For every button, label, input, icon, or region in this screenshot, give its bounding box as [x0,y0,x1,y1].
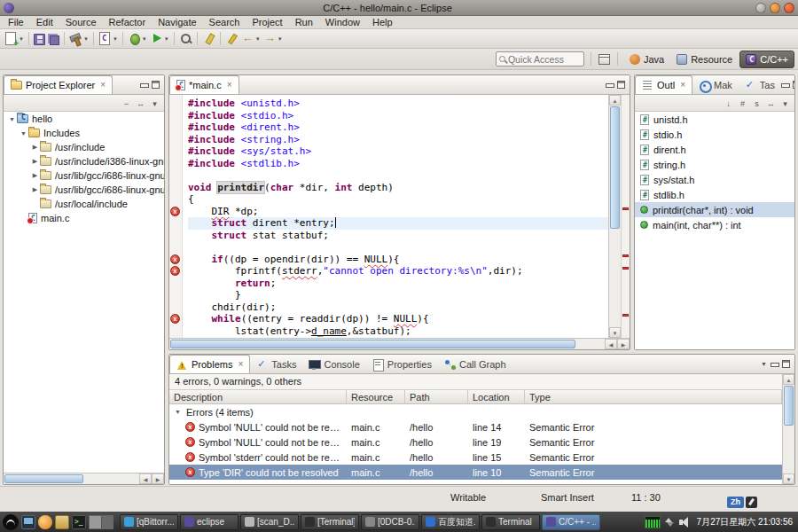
dropdown-arrow-icon[interactable]: ▼ [19,36,24,42]
expander-icon[interactable]: ▼ [173,409,183,415]
view-menu-icon[interactable]: ▾ [779,98,791,109]
taskbar-button[interactable]: [scan_D... [240,514,299,530]
sort-icon[interactable]: ↓ [723,98,734,109]
problem-row[interactable]: xType 'DIR' could not be resolvedmain.c/… [169,465,782,480]
new-button[interactable]: ▼ [4,31,25,47]
tree-item[interactable]: ▶/usr/include/i386-linux-gnu [4,154,164,168]
problem-row[interactable]: xSymbol 'NULL' could not be resolvedmain… [169,434,782,450]
tab-outl[interactable]: Outl× [635,75,692,94]
menu-navigate[interactable]: Navigate [152,17,202,27]
tree-item[interactable]: ▶/usr/lib/gcc/i686-linux-gnu/4.7/ [4,168,164,183]
error-marker-icon[interactable]: x [170,207,180,216]
window-close-button[interactable] [784,3,794,13]
perspective-java[interactable]: Java [624,51,669,68]
forward-button[interactable]: ▼ [262,31,284,47]
scrollbar-thumb[interactable] [784,386,794,426]
save-all-button[interactable] [47,31,60,47]
outline-item[interactable]: unistd.h [635,112,794,127]
menu-run[interactable]: Run [289,17,319,27]
maximize-view-icon[interactable] [793,81,795,89]
toggle-mark-occurrences-button[interactable] [201,31,216,47]
dropdown-arrow-icon[interactable]: ▼ [255,36,261,42]
tree-item[interactable]: /usr/local/include [4,197,164,211]
display-launcher-icon[interactable] [21,515,35,529]
workspace-switcher[interactable] [89,515,113,529]
dropdown-arrow-icon[interactable]: ▼ [113,36,118,42]
outline-item[interactable]: sys/stat.h [635,172,794,187]
quick-access[interactable] [496,51,584,66]
scrollbar-thumb[interactable] [4,474,83,483]
expander-icon[interactable]: ▶ [30,172,40,179]
taskbar-button[interactable]: eclipse [180,514,239,530]
tab-tasks[interactable]: Tasks [250,355,302,373]
editor-tab-main-c[interactable]: *main.c × [169,75,239,94]
scroll-right-icon[interactable]: ▶ [152,473,164,484]
menu-file[interactable]: File [2,17,30,27]
view-menu-icon[interactable]: ▾ [149,98,160,109]
tab-project-explorer[interactable]: Project Explorer × [4,75,113,94]
error-annotation-icon[interactable] [622,267,629,270]
clock[interactable]: 7月27日星期六 21:03:56 [697,516,793,528]
menu-refactor[interactable]: Refactor [103,17,153,27]
scroll-down-icon[interactable]: ▼ [783,473,794,484]
close-icon[interactable]: × [100,81,106,90]
tab-tas[interactable]: Tas [739,75,781,94]
maximize-view-icon[interactable] [782,360,790,368]
perspective-cpp[interactable]: C/C++ [739,51,794,68]
error-marker-icon[interactable]: x [170,314,180,324]
tab-call-graph[interactable]: Call Graph [438,355,512,373]
menu-search[interactable]: Search [203,17,246,27]
scroll-right-icon[interactable]: ▶ [617,339,630,349]
minimize-view-icon[interactable] [781,81,789,89]
editor-vertical-scrollbar[interactable]: ▲ ▼ [608,95,621,338]
taskbar-button[interactable]: Terminal [481,514,540,530]
column-header-type[interactable]: Type [525,390,782,403]
scrollbar-thumb[interactable] [170,340,575,348]
expander-icon[interactable]: ▶ [30,158,40,165]
expander-icon[interactable]: ▶ [30,144,40,151]
column-header-description[interactable]: Description [169,390,347,403]
expander-icon[interactable]: ▶ [30,186,40,193]
explorer-horizontal-scrollbar[interactable]: ◀ ▶ [4,473,164,484]
link-with-editor-icon[interactable]: ↔ [135,98,146,109]
column-header-location[interactable]: Location [468,390,525,403]
outline-item[interactable]: dirent.h [635,142,794,157]
taskbar-button[interactable]: [qBittorr... [120,514,178,530]
scroll-up-icon[interactable]: ▲ [609,95,621,106]
scroll-left-icon[interactable]: ◀ [605,339,617,349]
browser-launcher-icon[interactable] [38,515,52,529]
build-all-button[interactable]: ▼ [68,31,90,47]
outline-item[interactable]: printdir(char*, int) : void [635,202,794,217]
tree-item[interactable]: ▶/usr/lib/gcc/i686-linux-gnu/4.7/ [4,183,164,197]
expander-icon[interactable]: ▼ [19,130,28,137]
scroll-down-icon[interactable]: ▼ [609,327,621,338]
back-button[interactable]: ▼ [240,31,262,47]
collapse-all-icon[interactable]: − [121,98,132,109]
menu-source[interactable]: Source [59,17,103,27]
editor-horizontal-scrollbar[interactable]: ◀ ▶ [169,338,630,349]
dropdown-arrow-icon[interactable]: ▼ [83,36,89,42]
hide-fields-icon[interactable]: # [737,98,748,109]
search-button[interactable] [178,31,193,47]
close-icon[interactable]: × [227,81,232,90]
scroll-up-icon[interactable]: ▲ [783,374,794,385]
problem-row[interactable]: xSymbol 'stderr' could not be resolvedma… [169,450,782,465]
dropdown-arrow-icon[interactable]: ▼ [278,36,283,42]
column-header-resource[interactable]: Resource [347,390,405,403]
last-edit-location-button[interactable] [224,31,239,47]
quick-access-input[interactable] [508,54,581,65]
file-manager-launcher-icon[interactable] [55,515,69,529]
problem-row[interactable]: xSymbol 'NULL' could not be resolvedmain… [169,419,782,434]
minimize-view-icon[interactable] [606,81,614,89]
dropdown-arrow-icon[interactable]: ▼ [142,36,147,42]
column-header-path[interactable]: Path [405,390,468,403]
tree-item[interactable]: ▼Includes [4,126,164,140]
menu-help[interactable]: Help [366,17,399,27]
tab-properties[interactable]: Properties [366,355,438,373]
tab-console[interactable]: Console [302,355,365,373]
maximize-view-icon[interactable] [617,81,625,89]
dropdown-arrow-icon[interactable]: ▼ [164,36,169,42]
run-button[interactable]: ▼ [149,31,170,47]
debug-button[interactable]: ▼ [127,31,148,47]
error-annotation-icon[interactable] [622,254,629,257]
